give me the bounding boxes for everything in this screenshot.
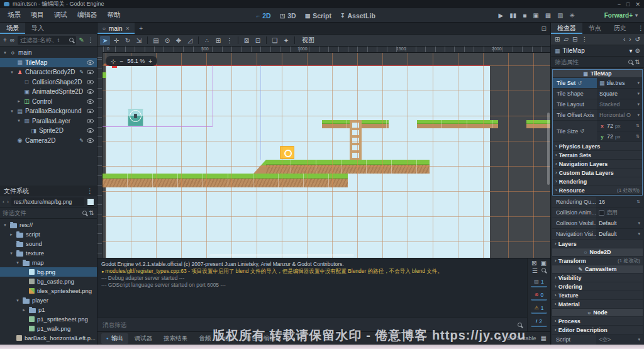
inspector-filter-input[interactable] (555, 58, 626, 65)
clear-icon[interactable]: ⊠ (531, 260, 536, 267)
horizontal-scrollbar[interactable] (209, 254, 354, 257)
switcher-3d[interactable]: ◳3D (280, 12, 296, 19)
unlock-tool-button[interactable]: ⊡ (253, 36, 263, 45)
tree-arrow-icon[interactable]: ▾ (9, 70, 14, 75)
property-value[interactable]: Stacked▾ (597, 99, 642, 110)
menu-button[interactable]: ⋮ (581, 36, 587, 43)
bottom-tab-音频[interactable]: 音频 (194, 333, 216, 344)
nav-back-button[interactable]: ‹ (3, 199, 4, 205)
scene-tree-row-ParallaxLayer[interactable]: ▾▥ParallaxLayer (0, 116, 97, 126)
minimize-button[interactable]: − (618, 1, 621, 8)
section-Ordering[interactable]: ›Ordering (552, 282, 643, 291)
error-counter[interactable]: ⊗0 (531, 290, 547, 301)
bottom-tab-着色器编辑器[interactable]: 着色器编辑器 (240, 333, 286, 344)
expand-viewport-icon[interactable]: ⊡ (541, 25, 547, 32)
fs-tree-row-tiles_spritesheet.png[interactable]: tiles_spritesheet.png (0, 286, 97, 296)
scene-tree-row-TileMap[interactable]: ▦TileMap (0, 58, 97, 68)
visibility-eye-icon[interactable] (87, 128, 94, 133)
ruler-tool-button[interactable]: ◿ (185, 36, 195, 45)
section-Material[interactable]: ›Material (552, 300, 643, 309)
chevron-down-icon[interactable]: ▾ (637, 80, 640, 86)
section-Terrain Sets[interactable]: ›Terrain Sets (553, 151, 642, 160)
section-Editor Description[interactable]: ›Editor Description (552, 326, 643, 335)
menu-编辑器[interactable]: 编辑器 (72, 11, 103, 19)
fs-tree-row-sound[interactable]: sound (0, 239, 97, 248)
load-button[interactable]: ▱ (564, 36, 569, 43)
visibility-eye-icon[interactable] (87, 80, 94, 84)
fs-tree-row-player[interactable]: ▾player (0, 296, 97, 305)
output-filter-input[interactable] (103, 321, 514, 328)
scene-tree-row-AnimatedSprite2D[interactable]: ▣AnimatedSprite2D (0, 87, 97, 97)
pivot-tool-button[interactable]: ⊙ (162, 36, 172, 45)
inspector-tab-节点[interactable]: 节点 (582, 23, 608, 34)
warning-counter[interactable]: ⚠1 (531, 303, 547, 314)
script-attached-icon[interactable]: ✎ (79, 69, 84, 75)
scene-tree-row-Control[interactable]: ▸◫Control (0, 97, 97, 107)
scene-tree-row-ParallaxBackground[interactable]: ▾▤ParallaxBackground (0, 106, 97, 116)
vertical-scrollbar[interactable] (547, 113, 550, 185)
bottom-tab-动画[interactable]: 动画 (217, 333, 239, 344)
add-node-button[interactable]: + (3, 37, 7, 43)
property-sort-icon[interactable]: ⇅ (635, 59, 640, 65)
bottom-tab-调试器[interactable]: 调试器 (130, 333, 158, 344)
chevron-down-icon[interactable]: ▾ (637, 113, 640, 118)
tree-arrow-icon[interactable]: ▾ (9, 109, 14, 114)
scene-filter[interactable] (18, 36, 76, 45)
fs-tree-row-res://[interactable]: ▾res:// (0, 220, 97, 230)
bone-tool-button[interactable]: ✦ (281, 36, 291, 45)
group-tool-button[interactable]: ❏ (270, 36, 280, 45)
attach-script-button[interactable]: ✎ (79, 37, 84, 43)
fs-tree-row-bg_castle.png[interactable]: bg_castle.png (0, 277, 97, 286)
chevron-down-icon[interactable]: ▾ (637, 102, 640, 107)
chevron-down-icon[interactable]: ▾ (638, 337, 640, 342)
property-value[interactable]: Default▾ (596, 218, 643, 229)
list-tool-button[interactable]: ▤ (151, 36, 161, 45)
zoom-in-button[interactable]: + (148, 58, 152, 65)
scene-tree-row-Camera2D[interactable]: ◉Camera2D✎ (0, 136, 97, 146)
scene-menu-button[interactable]: ⋮ (87, 37, 94, 43)
fs-tree-row-script[interactable]: ▸script (0, 230, 97, 239)
move-tool-button[interactable]: ✛ (111, 36, 121, 45)
scene-tree-row-Sprite2D[interactable]: ◨Sprite2D (0, 126, 97, 136)
smart-snap-tool-button[interactable]: ∴ (202, 36, 212, 45)
log-counter[interactable]: ▤1 (531, 277, 547, 287)
switcher-2d[interactable]: ⌐2D (257, 12, 271, 19)
stepper-icon[interactable]: ⇅ (636, 199, 640, 204)
stop-button[interactable]: ■ (523, 13, 526, 19)
stepper-icon[interactable]: ⇅ (636, 123, 640, 128)
property-value[interactable]: Default▾ (596, 229, 643, 240)
menu-tool-button[interactable]: ⋮ (225, 36, 235, 45)
inspector-menu-button[interactable]: ⋮ (638, 23, 644, 34)
info-counter[interactable]: i2 (531, 316, 547, 327)
tree-arrow-icon[interactable]: ▾ (9, 251, 14, 256)
revert-icon[interactable]: ↺ (580, 128, 584, 134)
section-Resource[interactable]: ›Resource(1 处改动) (553, 186, 642, 195)
menu-帮助[interactable]: 帮助 (103, 11, 126, 19)
scale-tool-button[interactable]: ⇲ (134, 36, 144, 45)
movie-alt-button[interactable]: ▥ (557, 13, 563, 19)
copy-icon[interactable]: ▣ (540, 260, 546, 267)
switcher-script[interactable]: ▤Script (305, 12, 331, 19)
chevron-down-icon[interactable]: ▾ (638, 231, 640, 236)
inspector-tab-历史[interactable]: 历史 (608, 23, 633, 34)
back-button[interactable]: ‹ (623, 36, 625, 43)
lock-tool-button[interactable]: ⊠ (242, 36, 252, 45)
bottom-tab-搜索结果[interactable]: 搜索结果 (158, 333, 192, 344)
filesystem-filter-input[interactable] (3, 209, 80, 216)
revert-icon[interactable]: ↺ (577, 80, 582, 86)
section-Navigation Layers[interactable]: ›Navigation Layers (553, 160, 642, 169)
section-Process[interactable]: ›Process (552, 317, 643, 326)
close-icon[interactable]: ✕ (126, 26, 130, 31)
property-value[interactable]: 启用 (596, 208, 643, 218)
sparkle-button[interactable]: ✳ (570, 13, 575, 19)
inspector-tab-检查器[interactable]: 检查器 (551, 23, 582, 34)
tab-场景[interactable]: 场景 (0, 23, 25, 34)
search-icon[interactable] (541, 268, 546, 272)
chevron-down-icon[interactable]: ▾ (637, 91, 640, 96)
tab-导入[interactable]: 导入 (25, 23, 50, 34)
tree-arrow-icon[interactable]: ▸ (9, 232, 14, 237)
section-Custom Data Layers[interactable]: ›Custom Data Layers (553, 169, 642, 177)
save-button[interactable]: ⊟ (572, 36, 577, 43)
axis-value-x[interactable]: x72px⇅ (597, 121, 642, 131)
grid-snap-tool-button[interactable]: ⊞ (213, 36, 223, 45)
